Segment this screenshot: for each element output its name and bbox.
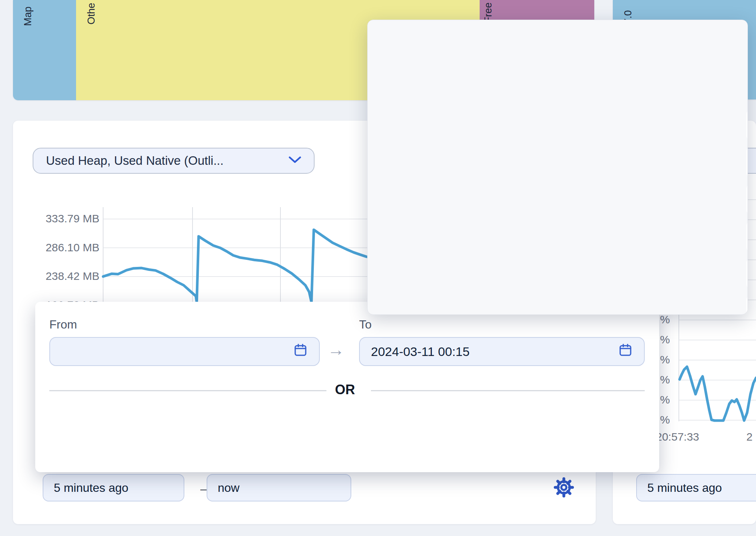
chart-line [680,367,756,421]
datepicker-popup: March 2024 00:15 SuMoTuWeThFrSa 25262728… [367,20,748,315]
to-date-value: 2024-03-11 00:15 [371,344,470,359]
right-chart-x-label-2: 2 [746,431,753,443]
chart-line [103,230,379,302]
right-from-quick-input[interactable]: 5 minutes ago [636,474,756,501]
calendar-icon[interactable] [618,343,633,360]
to-label: To [359,318,372,331]
from-date-field[interactable] [49,337,320,366]
calendar-day[interactable]: 17 [746,221,748,252]
to-date-field[interactable]: 2024-03-11 00:15 [359,337,645,366]
to-quick-input[interactable]: now [207,474,351,501]
segment-label-map: Map [22,6,34,26]
calendar-day[interactable]: 10 [746,184,748,215]
from-to-arrow-icon: → [328,340,345,360]
to-quick-value: now [218,481,240,495]
divider [49,390,326,391]
date-range-dialog: From → To 2024-03-11 00:15 [35,302,659,472]
divider [371,390,645,391]
from-quick-input[interactable]: 5 minutes ago [43,474,184,501]
calendar-day[interactable]: 25 [746,110,748,140]
from-label: From [49,318,77,331]
calendar-day[interactable]: 24 [746,258,748,289]
right-chart-x-label-1: 20:57:33 [656,431,699,443]
calendar-day[interactable]: 3 [746,147,748,177]
screen: Map Othe Free 27.0 Used Heap, Used Nativ… [0,0,756,536]
from-quick-value: 5 minutes ago [54,481,128,495]
y-axis-tick-label: 238.42 MB [13,270,99,282]
y-axis-tick-label: 333.79 MB [13,212,99,225]
segment-label-other: Othe [86,3,97,24]
settings-gear-icon[interactable] [552,475,576,501]
weekday-header: Su [743,85,748,99]
y-axis-tick-label: 286.10 MB [13,241,99,254]
calendar-icon[interactable] [293,343,308,360]
or-label: OR [335,382,355,398]
right-from-quick-value: 5 minutes ago [647,481,722,495]
